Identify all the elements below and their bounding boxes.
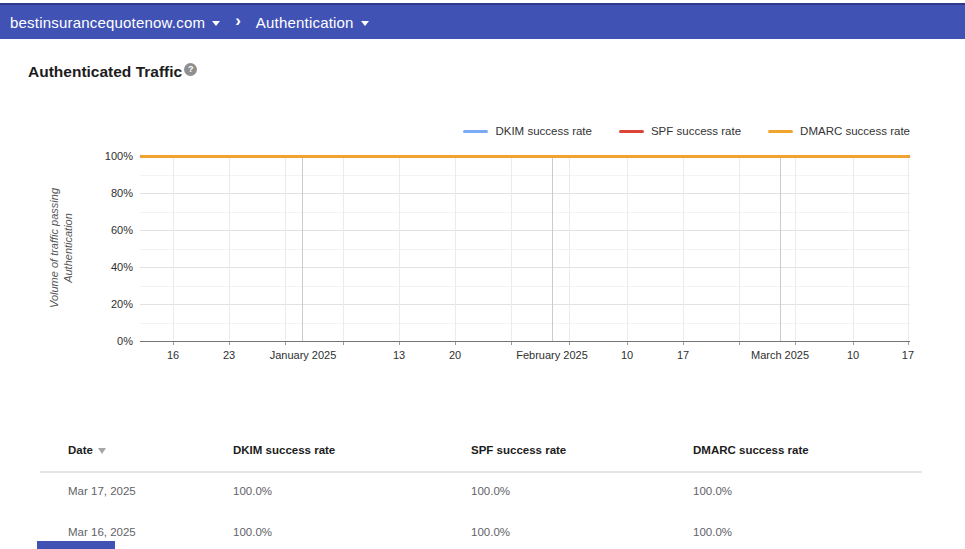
legend-swatch: [619, 130, 644, 133]
x-axis-tick: [853, 342, 854, 345]
plot-area: [140, 156, 910, 341]
legend-swatch: [463, 130, 488, 133]
table-cell: 100.0%: [471, 485, 510, 497]
column-header-dmarc-success-rate[interactable]: DMARC success rate: [693, 444, 809, 456]
gridline-v-month: [552, 156, 553, 341]
gridline-v-week: [285, 156, 286, 341]
x-axis-tick: [399, 342, 400, 345]
gridline-v-week: [173, 156, 174, 341]
table-cell: 100.0%: [693, 485, 732, 497]
y-tick-label: 100%: [85, 150, 133, 162]
breadcrumb-domain-label: bestinsurancequotenow.com: [10, 14, 205, 31]
table-header-divider: [40, 471, 922, 473]
y-tick-label: 20%: [85, 298, 133, 310]
x-axis-tick: [683, 342, 684, 345]
legend-entry: SPF success rate: [619, 125, 741, 137]
x-axis-tick: [908, 342, 909, 345]
y-axis-title-line: Volume of traffic passing: [47, 148, 61, 348]
x-axis-tick: [229, 342, 230, 345]
legend-entry: DMARC success rate: [768, 125, 910, 137]
x-tick-label: 17: [863, 349, 953, 361]
series-line-dmarc: [140, 155, 910, 158]
page-title: Authenticated Traffic?: [28, 63, 197, 81]
table-cell: 100.0%: [471, 526, 510, 538]
table-cell: 100.0%: [233, 526, 272, 538]
x-axis-tick: [173, 342, 174, 345]
x-axis-tick: [511, 342, 512, 345]
x-axis-tick: [627, 342, 628, 345]
breadcrumb-domain-dropdown[interactable]: bestinsurancequotenow.com: [10, 14, 220, 31]
gridline-v-week: [908, 156, 909, 341]
authenticated-traffic-chart: DKIM success rateSPF success rateDMARC s…: [0, 110, 965, 382]
gridline-v-week: [627, 156, 628, 341]
y-tick-label: 60%: [85, 224, 133, 236]
app-header: bestinsurancequotenow.com › Authenticati…: [0, 3, 965, 39]
caret-down-icon: [361, 21, 369, 26]
y-axis-title-line: Authentication: [61, 148, 75, 348]
x-tick-label: 20: [410, 349, 500, 361]
sort-descending-icon: [98, 448, 106, 454]
auth-results-table: DateDKIM success rateSPF success rateDMA…: [0, 430, 965, 549]
help-icon[interactable]: ?: [184, 63, 197, 76]
x-axis-tick: [455, 342, 456, 345]
x-axis-tick: [343, 342, 344, 345]
partial-element-bottom: [37, 541, 115, 549]
gridline-v-week: [343, 156, 344, 341]
table-cell: Mar 17, 2025: [68, 485, 136, 497]
y-tick-label: 40%: [85, 261, 133, 273]
chart-legend: DKIM success rateSPF success rateDMARC s…: [463, 125, 910, 137]
x-axis-tick: [795, 342, 796, 345]
gridline-v-month: [302, 156, 303, 341]
gridline-v-week: [569, 156, 570, 341]
gridline-v-week: [455, 156, 456, 341]
page-title-text: Authenticated Traffic: [28, 63, 182, 80]
breadcrumb-section-label: Authentication: [256, 14, 354, 31]
table-cell: 100.0%: [233, 485, 272, 497]
column-header-date[interactable]: Date: [68, 444, 106, 456]
legend-entry: DKIM success rate: [463, 125, 592, 137]
gridline-v-week: [511, 156, 512, 341]
gridline-v-week: [683, 156, 684, 341]
chevron-right-icon: ›: [235, 11, 241, 31]
x-axis-tick: [285, 342, 286, 345]
x-axis-tick: [569, 342, 570, 345]
column-header-spf-success-rate[interactable]: SPF success rate: [471, 444, 566, 456]
y-axis-title: Volume of traffic passingAuthentication: [47, 148, 77, 348]
legend-swatch: [768, 130, 793, 133]
legend-label: SPF success rate: [651, 125, 741, 137]
legend-label: DKIM success rate: [495, 125, 592, 137]
table-cell: Mar 16, 2025: [68, 526, 136, 538]
y-tick-label: 0%: [85, 335, 133, 347]
gridline-v-week: [853, 156, 854, 341]
gridline-v-week: [229, 156, 230, 341]
table-cell: 100.0%: [693, 526, 732, 538]
legend-label: DMARC success rate: [800, 125, 910, 137]
gridline-v-week: [795, 156, 796, 341]
column-header-dkim-success-rate[interactable]: DKIM success rate: [233, 444, 335, 456]
gridline-v-month: [780, 156, 781, 341]
x-tick-label: 17: [638, 349, 728, 361]
x-tick-label: January 2025: [258, 349, 348, 361]
gridline-v-week: [739, 156, 740, 341]
gridline-v-week: [399, 156, 400, 341]
y-tick-label: 80%: [85, 187, 133, 199]
breadcrumb-section-dropdown[interactable]: Authentication: [256, 14, 369, 31]
x-axis-tick: [739, 342, 740, 345]
caret-down-icon: [212, 21, 220, 26]
